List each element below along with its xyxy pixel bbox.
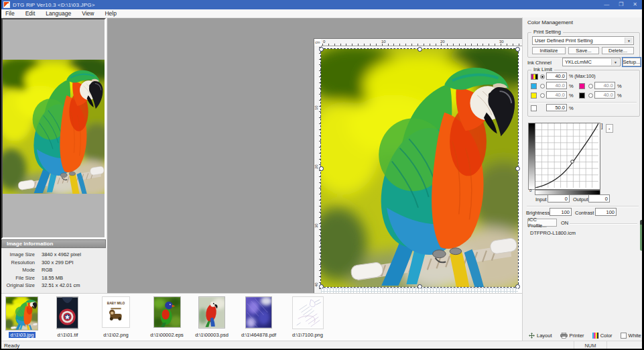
info-row-file-size: File Size 18.55 MB: [1, 274, 106, 282]
layout-icon: [529, 333, 535, 339]
filmstrip-thumb-7100png[interactable]: [292, 296, 324, 329]
magenta-limit-input[interactable]: 40.0: [594, 82, 615, 89]
thumb-parrot-image: [6, 297, 38, 330]
print-setting-value: User Defined Print Setting: [535, 38, 593, 44]
close-button[interactable]: ✕: [633, 0, 637, 9]
black-radio[interactable]: [588, 93, 593, 98]
percent-label: %: [617, 93, 622, 99]
thumb-shield-image: [57, 297, 78, 329]
black-swatch: [579, 93, 585, 99]
print-setting-group: Print Setting User Defined Print Setting…: [527, 32, 640, 58]
yellow-limit-input[interactable]: 40.0: [546, 91, 567, 99]
output-field[interactable]: 0: [588, 194, 610, 202]
minimize-button[interactable]: —: [604, 0, 609, 9]
info-value: 300 x 299 DPI: [42, 259, 74, 266]
print-setting-select[interactable]: User Defined Print Setting ▼: [532, 36, 634, 45]
group-label: Ink Limit: [531, 66, 554, 72]
initialize-button[interactable]: Initialize: [532, 47, 566, 54]
filmstrip-label[interactable]: d:\1\03.jpg: [0, 332, 44, 338]
white-limit-input[interactable]: 50.0: [546, 104, 567, 111]
curve-bracket: ]: [601, 123, 603, 129]
menu-help[interactable]: Help: [99, 10, 121, 17]
filmstrip-thumb-00003psd[interactable]: [198, 296, 225, 329]
menu-file[interactable]: File: [0, 10, 20, 17]
resize-handle-n[interactable]: [417, 47, 422, 52]
file-filmstrip: d:\1\03.jpg d:\1\01.tif BABY MILO d:\1\0…: [0, 293, 522, 341]
filmstrip-label[interactable]: d:\1\01.tif: [44, 332, 91, 338]
tab-color[interactable]: Color: [590, 332, 615, 339]
output-label: Output: [573, 196, 588, 202]
magenta-radio[interactable]: [588, 84, 593, 89]
tab-label: Layout: [537, 333, 552, 339]
thumb-lorikeet-image: [154, 297, 180, 327]
image-information-header: Image Information: [1, 239, 106, 248]
tab-label: Printer: [570, 333, 584, 339]
resize-handle-nw[interactable]: [319, 47, 324, 52]
resize-handle-ne[interactable]: [515, 47, 520, 52]
ruler-tick-label: 10: [381, 40, 386, 44]
filmstrip-thumb-03jpg[interactable]: [5, 296, 38, 331]
main-parrot-image: [321, 49, 518, 287]
cyan-limit-input[interactable]: 40.0: [546, 82, 567, 89]
tab-white[interactable]: White: [619, 332, 643, 339]
filmstrip-label[interactable]: d:\1\00003.psd: [188, 332, 235, 338]
white-swatch: [531, 105, 537, 111]
maximize-button[interactable]: ❐: [619, 0, 623, 9]
num-lock-indicator: NUM: [574, 341, 607, 350]
contrast-field[interactable]: 100: [595, 208, 617, 216]
divider: [529, 102, 637, 103]
ruler-tick-label: 20: [440, 40, 445, 44]
yellow-radio[interactable]: [540, 93, 545, 98]
scrollbar-thumb[interactable]: [640, 220, 643, 251]
curve-channel-button[interactable]: ▪: [606, 124, 613, 133]
tab-printer[interactable]: Printer: [558, 332, 586, 339]
chevron-down-icon: ▼: [625, 38, 633, 44]
ink-channel-value: YKLcLmMC: [565, 59, 592, 65]
all-channels-icon: [531, 74, 538, 80]
filmstrip-label[interactable]: d:\1\464878.pdf: [235, 332, 282, 338]
filmstrip-thumb-02png[interactable]: BABY MILO: [102, 296, 130, 328]
info-row-resolution: Resolution 300 x 299 DPI: [1, 259, 106, 267]
color-management-panel: Color Management Print Setting User Defi…: [522, 17, 644, 341]
cyan-radio[interactable]: [540, 84, 545, 89]
thumb-babymilo-image: BABY MILO: [103, 297, 129, 327]
black-limit-input[interactable]: 40.0: [594, 91, 615, 99]
icc-profile-button[interactable]: ICC Profile...: [527, 219, 557, 227]
ink-channel-select[interactable]: YKLcLmMC ▼: [562, 58, 621, 66]
menu-view[interactable]: View: [76, 10, 99, 17]
tone-curve-graph[interactable]: [535, 123, 600, 190]
image-information-table: Image Size 3840 x 4962 pixel Resolution …: [1, 251, 106, 290]
print-page[interactable]: cm 0 10 20 30 10 20 30 40: [314, 38, 523, 310]
menu-language[interactable]: Language: [40, 10, 76, 17]
filmstrip-label[interactable]: d:\1\00002.eps: [143, 332, 190, 338]
icc-profile-name: DTFPRO-L1800.icm: [530, 230, 576, 236]
filmstrip-label[interactable]: d:\1\7100.png: [284, 332, 331, 338]
info-value: RGB: [42, 267, 52, 273]
canvas-workspace: cm 0 10 20 30 10 20 30 40: [107, 18, 522, 293]
ruler-tick-label: 30: [499, 40, 504, 44]
filmstrip-thumb-464878pdf[interactable]: [245, 296, 272, 329]
white-icon: [621, 333, 627, 339]
filmstrip-thumb-01tif[interactable]: [56, 296, 78, 329]
menu-edit[interactable]: Edit: [20, 10, 41, 17]
filmstrip-label[interactable]: d:\1\02.png: [92, 332, 139, 338]
thumb-macaw-image: [199, 297, 224, 328]
ink-limit-group: Ink Limit 40.0 % (Max:100) 40.0 % 40.0 %…: [527, 70, 640, 117]
all-channels-radio[interactable]: [540, 74, 545, 79]
brightness-field[interactable]: 100: [550, 208, 572, 216]
magenta-swatch: [579, 83, 585, 89]
all-limit-input[interactable]: 40.0: [546, 72, 567, 80]
icc-state: ON: [561, 220, 568, 226]
input-field[interactable]: 0: [548, 194, 570, 202]
save-button[interactable]: Save...: [568, 47, 599, 54]
placed-image-parrot[interactable]: [321, 49, 518, 287]
setup-button[interactable]: Setup...: [623, 58, 641, 66]
delete-button[interactable]: Delete...: [602, 47, 634, 54]
resize-handle-w[interactable]: [319, 166, 324, 171]
brightness-label: Brightness: [526, 210, 550, 216]
filmstrip-thumb-00002eps[interactable]: [153, 296, 181, 328]
ink-channel-label: Ink Chnnel: [527, 60, 552, 66]
selected-filename: d:\1\03.jpg: [9, 332, 35, 338]
resize-handle-e[interactable]: [515, 166, 520, 171]
tab-layout[interactable]: Layout: [527, 332, 554, 339]
